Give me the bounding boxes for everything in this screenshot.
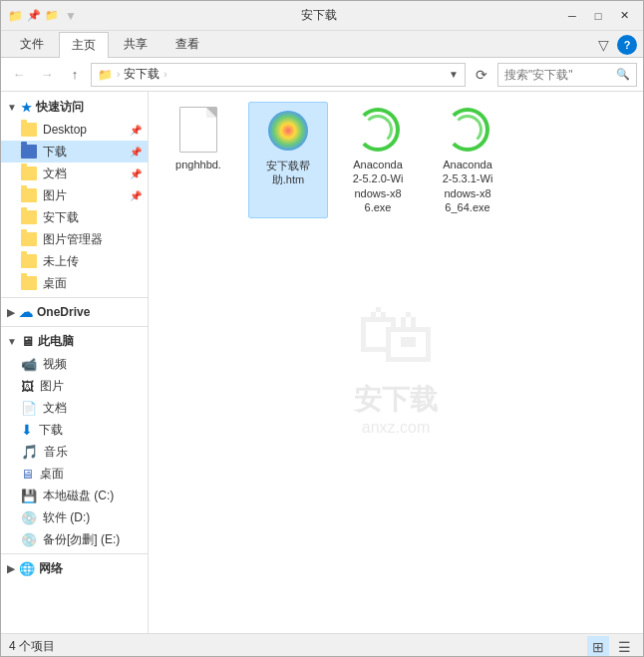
sidebar-item-pc-documents[interactable]: 📄 文档 [1, 397, 148, 419]
sidebar-item-desktop2[interactable]: 桌面 [1, 272, 148, 294]
file-item-anaconda2[interactable]: Anaconda2-5.3.1-Windows-x86_64.exe [428, 102, 507, 218]
pc-downloads-icon: ⬇ [21, 422, 33, 438]
folder-desk2-icon [21, 276, 37, 290]
search-input[interactable] [504, 68, 612, 82]
view-list-button[interactable]: ☰ [613, 636, 635, 658]
sidebar-item-drive-e-label: 备份[勿删] (E:) [43, 531, 120, 548]
breadcrumb-arrow: › [117, 69, 120, 80]
folder-downloads-icon [21, 145, 37, 159]
sidebar-divider-3 [1, 553, 148, 554]
file-item-htm[interactable]: 安下载帮助.htm [248, 102, 328, 218]
folder-title-icon: 📁 [7, 8, 23, 24]
network-expand-icon: ▶ [7, 563, 15, 574]
close-button[interactable]: ✕ [611, 3, 637, 29]
sidebar-divider-1 [1, 297, 148, 298]
music-icon: 🎵 [21, 444, 38, 460]
sidebar-item-pc-downloads[interactable]: ⬇ 下载 [1, 419, 148, 441]
sidebar-item-drive-e[interactable]: 💿 备份[勿删] (E:) [1, 528, 148, 550]
breadcrumb-dropdown-icon[interactable]: ▼ [449, 69, 459, 80]
network-label: 网络 [39, 560, 63, 577]
window-controls: ─ □ ✕ [559, 3, 637, 29]
sidebar-item-pc-documents-label: 文档 [43, 400, 67, 417]
sidebar-item-documents[interactable]: 文档 📌 [1, 163, 148, 184]
forward-button[interactable]: → [35, 63, 59, 87]
pc-documents-icon: 📄 [21, 401, 37, 416]
pin-icon: 📌 [130, 125, 142, 136]
address-bar: ← → ↑ 📁 › 安下载 › ▼ ⟳ 🔍 [1, 58, 643, 92]
help-icon[interactable]: ? [617, 35, 637, 55]
ribbon-tabs: 文件 主页 共享 查看 ▽ ? [1, 31, 643, 57]
pc-pictures-icon: 🖼 [21, 379, 34, 394]
sidebar-item-drive-d[interactable]: 💿 软件 (D:) [1, 506, 148, 528]
folder-icon [21, 123, 37, 137]
back-button[interactable]: ← [7, 63, 31, 87]
sidebar-section-quick-access[interactable]: ▼ ★ 快速访问 [1, 96, 148, 119]
collapse-ribbon-icon[interactable]: ▽ [592, 33, 615, 57]
refresh-button[interactable]: ⟳ [470, 63, 493, 87]
tab-share[interactable]: 共享 [111, 31, 161, 57]
up-button[interactable]: ↑ [63, 63, 87, 87]
sidebar-item-music-label: 音乐 [44, 444, 68, 461]
onedrive-expand-icon: ▶ [7, 307, 15, 318]
sidebar-item-pic-manager-label: 图片管理器 [43, 231, 103, 248]
sidebar-item-pictures[interactable]: 图片 📌 [1, 184, 148, 206]
ribbon: 文件 主页 共享 查看 ▽ ? [1, 31, 643, 58]
sidebar-item-drive-d-label: 软件 (D:) [43, 509, 90, 526]
sidebar-item-not-uploaded[interactable]: 未上传 [1, 250, 148, 272]
tab-home[interactable]: 主页 [59, 32, 109, 58]
sidebar-item-desktop[interactable]: Desktop 📌 [1, 119, 148, 141]
new-folder-icon: 📁 [45, 9, 59, 22]
file-label-4: Anaconda2-5.3.1-Windows-x86_64.exe [443, 158, 493, 214]
sidebar-item-pic-manager[interactable]: 图片管理器 [1, 228, 148, 250]
sidebar-item-videos[interactable]: 📹 视频 [1, 353, 148, 375]
pin-icon-pics: 📌 [130, 190, 142, 201]
sidebar-item-anxiazai[interactable]: 安下载 [1, 206, 148, 228]
onedrive-label: OneDrive [37, 305, 90, 319]
sidebar-section-network[interactable]: ▶ 🌐 网络 [1, 557, 148, 580]
onedrive-cloud-icon: ☁ [19, 304, 33, 320]
html-file-icon [268, 111, 308, 151]
folder-docs-icon [21, 166, 37, 180]
file-icon-wrap-3 [354, 106, 402, 154]
sidebar-item-pc-desktop[interactable]: 🖥 桌面 [1, 463, 148, 485]
sidebar: ▼ ★ 快速访问 Desktop 📌 下载 📌 文档 📌 图片 📌 安下载 [1, 92, 149, 633]
minimize-button[interactable]: ─ [559, 3, 585, 29]
sidebar-section-onedrive[interactable]: ▶ ☁ OneDrive [1, 301, 148, 323]
quick-access-icon: 📌 [27, 9, 41, 22]
folder-picmgr-icon [21, 232, 37, 246]
folder-anxz-icon [21, 210, 37, 224]
sidebar-item-pictures-label: 图片 [43, 187, 67, 204]
breadcrumb-text: 安下载 [124, 66, 160, 83]
pc-icon: 🖥 [21, 334, 34, 349]
sidebar-item-pc-pictures[interactable]: 🖼 图片 [1, 375, 148, 397]
quick-access-expand-icon: ▼ [7, 102, 17, 113]
drive-e-icon: 💿 [21, 532, 37, 547]
sidebar-item-anxiazai-label: 安下载 [43, 209, 79, 226]
quick-access-icon-star: ★ [21, 101, 32, 115]
view-grid-button[interactable]: ⊞ [587, 636, 609, 658]
quick-access-label: 快速访问 [36, 99, 84, 116]
tab-view[interactable]: 查看 [162, 31, 212, 57]
file-icon-wrap-1 [174, 106, 222, 154]
pc-expand-icon: ▼ [7, 336, 17, 347]
file-item-anaconda1[interactable]: Anaconda2-5.2.0-Windows-x86.exe [338, 102, 418, 218]
drive-c-icon: 💾 [21, 489, 37, 503]
sidebar-item-pc-downloads-label: 下载 [39, 422, 63, 439]
sidebar-item-drive-c-label: 本地磁盘 (C:) [43, 488, 114, 504]
sidebar-item-drive-c[interactable]: 💾 本地磁盘 (C:) [1, 485, 148, 506]
sidebar-section-pc[interactable]: ▼ 🖥 此电脑 [1, 330, 148, 353]
file-icon-wrap-2 [264, 107, 312, 155]
breadcrumb-folder-icon: 📁 [98, 68, 113, 82]
sidebar-item-pc-pictures-label: 图片 [40, 378, 64, 395]
main-area: ▼ ★ 快速访问 Desktop 📌 下载 📌 文档 📌 图片 📌 安下载 [1, 92, 643, 633]
sidebar-item-downloads[interactable]: 下载 📌 [1, 141, 148, 163]
sidebar-item-music[interactable]: 🎵 音乐 [1, 441, 148, 463]
search-bar[interactable]: 🔍 [497, 63, 637, 87]
title-left: 📁 📌 📁 ▼ [7, 8, 79, 24]
maximize-button[interactable]: □ [585, 3, 611, 29]
generic-file-icon-1 [179, 107, 217, 153]
breadcrumb[interactable]: 📁 › 安下载 › ▼ [91, 63, 466, 87]
file-item-pnghhbd[interactable]: pnghhbd. [159, 102, 238, 218]
tab-file[interactable]: 文件 [7, 31, 57, 57]
anaconda-icon-2 [446, 108, 489, 152]
